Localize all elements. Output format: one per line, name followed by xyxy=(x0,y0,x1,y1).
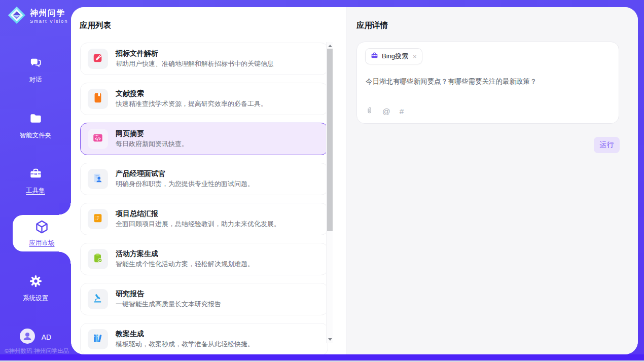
bottom-accent-bar xyxy=(0,354,644,360)
app-description: 明确身份和职责，为您提供专业性的面试问题。 xyxy=(116,179,254,189)
app-title: 项目总结汇报 xyxy=(116,209,280,218)
app-list-pane: 应用列表 招标文件解析 帮助用户快速、准确地理解和解析招标书中的关键信息 文献搜… xyxy=(71,7,346,354)
app-icon-tile xyxy=(88,129,108,149)
sidebar-item-label: 智能文件夹 xyxy=(20,131,52,140)
sidebar-item-settings[interactable]: 系统设置 xyxy=(0,274,71,303)
prompt-input-card[interactable]: Bing搜索 × 今日湖北有哪些新闻要点？有哪些需要关注的最新政策？ @ # xyxy=(356,42,619,124)
bubble-notch-bottom xyxy=(59,251,71,264)
copyright-text: ©神州数码·神州问学出品 xyxy=(5,347,81,355)
app-description: 每日政府新闻资讯快查。 xyxy=(116,139,188,149)
chat-icon xyxy=(29,56,43,71)
app-title: 网页摘要 xyxy=(116,129,188,138)
sidebar-item-label: 应用市场 xyxy=(29,239,55,247)
main-panel: 应用列表 招标文件解析 帮助用户快速、准确地理解和解析招标书中的关键信息 文献搜… xyxy=(71,7,638,354)
scrollbar-thumb[interactable] xyxy=(327,49,333,231)
sidebar-item-label: 对话 xyxy=(29,76,42,84)
mention-at-icon[interactable]: @ xyxy=(382,107,390,116)
app-detail-pane: 应用详情 Bing搜索 × 今日湖北有哪些新闻要点？有哪些需要关注的最新政 xyxy=(346,7,638,354)
scroll-up-icon[interactable] xyxy=(327,42,333,49)
app-title: 教案生成 xyxy=(116,330,254,338)
app-card-list: 招标文件解析 帮助用户快速、准确地理解和解析招标书中的关键信息 文献搜索 快速精… xyxy=(80,42,328,354)
app-icon-tile xyxy=(88,289,108,309)
tool-tag-bing-search[interactable]: Bing搜索 × xyxy=(365,48,422,64)
attachment-toolbar: @ # xyxy=(366,106,404,117)
gear-icon xyxy=(29,274,43,290)
cube-icon xyxy=(34,219,50,237)
app-icon-tile xyxy=(88,169,108,189)
brand-logo: 神州问学 Smart Vision xyxy=(7,6,68,27)
sidebar-item-app-market[interactable]: 应用市场 xyxy=(13,215,71,251)
app-icon-tile xyxy=(88,329,108,349)
app-title: 产品经理面试官 xyxy=(116,169,254,178)
remove-tag-icon[interactable]: × xyxy=(413,53,417,60)
sidebar-item-label: 工具集 xyxy=(26,187,45,195)
app-card-selected[interactable]: 网页摘要 每日政府新闻资讯快查。 xyxy=(80,123,328,155)
avatar xyxy=(20,329,35,346)
app-card-item[interactable]: 项目总结汇报 全面回顾项目进展，总结经验教训，助力未来优化发展。 xyxy=(80,203,328,235)
sidebar: 神州问学 Smart Vision 对话 智能文件夹 xyxy=(0,0,71,362)
app-title: 招标文件解析 xyxy=(116,49,274,58)
app-icon-tile xyxy=(88,249,108,269)
sidebar-item-smart-folder[interactable]: 智能文件夹 xyxy=(0,112,71,140)
book-icon xyxy=(92,92,103,105)
edit-square-icon xyxy=(92,52,103,65)
app-card-item[interactable]: 活动方案生成 智能生成个性化活动方案，轻松解决规划难题。 xyxy=(80,243,328,275)
app-description: 帮助用户快速、准确地理解和解析招标书中的关键信息 xyxy=(116,59,274,68)
app-icon-tile xyxy=(88,209,108,229)
bubble-notch-top xyxy=(59,203,71,215)
app-card-item[interactable]: 产品经理面试官 明确身份和职责，为您提供专业性的面试问题。 xyxy=(80,163,328,195)
hash-icon[interactable]: # xyxy=(400,107,404,116)
app-icon-tile xyxy=(88,89,108,109)
app-description: 模板驱动，教案秒成，教学准备从此轻松快捷。 xyxy=(116,340,254,349)
app-title: 文献搜索 xyxy=(116,89,267,98)
briefcase-icon xyxy=(371,52,378,61)
brand-subtitle: Smart Vision xyxy=(30,18,68,24)
user-initials: AD xyxy=(42,333,51,341)
app-card-item[interactable]: 招标文件解析 帮助用户快速、准确地理解和解析招标书中的关键信息 xyxy=(80,43,328,75)
brand-title: 神州问学 xyxy=(30,9,68,18)
sidebar-item-toolset[interactable]: 工具集 xyxy=(0,167,71,195)
app-card-item[interactable]: 研究报告 一键智能生成高质量长文本研究报告 xyxy=(80,283,328,315)
scroll-down-icon[interactable] xyxy=(327,336,333,343)
list-scrollbar[interactable] xyxy=(326,42,333,343)
app-window: 神州问学 Smart Vision 对话 智能文件夹 xyxy=(0,0,644,362)
sidebar-item-label: 系统设置 xyxy=(23,294,48,303)
folder-icon xyxy=(29,112,43,127)
app-description: 一键智能生成高质量长文本研究报告 xyxy=(116,300,221,309)
sidebar-item-chat[interactable]: 对话 xyxy=(0,56,71,84)
toolbox-icon xyxy=(29,167,43,183)
run-button[interactable]: 运行 xyxy=(594,137,620,153)
books-icon xyxy=(92,333,103,346)
app-list-title: 应用列表 xyxy=(80,20,111,31)
paperclip-icon[interactable] xyxy=(366,106,373,117)
app-card-item[interactable]: 文献搜索 快速精准查找学术资源，提高研究效率的必备工具。 xyxy=(80,83,328,115)
app-card-item[interactable]: 教案生成 模板驱动，教案秒成，教学准备从此轻松快捷。 xyxy=(80,323,328,354)
microscope-icon xyxy=(92,293,103,306)
user-account[interactable]: AD xyxy=(0,329,71,346)
browser-code-icon xyxy=(92,132,103,146)
tool-tag-label: Bing搜索 xyxy=(382,52,408,61)
clipboard-check-icon xyxy=(92,252,103,266)
app-title: 研究报告 xyxy=(116,289,221,298)
app-description: 快速精准查找学术资源，提高研究效率的必备工具。 xyxy=(116,99,267,108)
app-description: 智能生成个性化活动方案，轻松解决规划难题。 xyxy=(116,260,254,269)
prompt-text[interactable]: 今日湖北有哪些新闻要点？有哪些需要关注的最新政策？ xyxy=(366,77,611,87)
app-detail-title: 应用详情 xyxy=(356,20,388,31)
brand-diamond-icon xyxy=(7,6,26,27)
app-icon-tile xyxy=(88,49,108,69)
notepad-icon xyxy=(92,212,103,226)
interviewer-icon xyxy=(92,172,103,186)
app-description: 全面回顾项目进展，总结经验教训，助力未来优化发展。 xyxy=(116,220,280,229)
app-title: 活动方案生成 xyxy=(116,249,254,258)
